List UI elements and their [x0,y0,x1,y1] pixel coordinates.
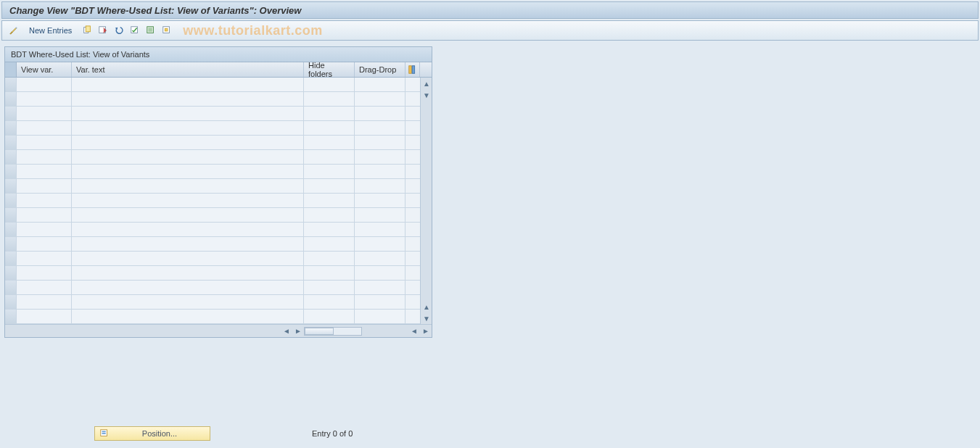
cell-drag-drop[interactable] [355,150,405,164]
scroll-thumb[interactable] [305,328,334,335]
cell-hide-folders[interactable] [304,237,355,251]
cell-var-text[interactable] [72,237,304,251]
scroll-left2-icon[interactable]: ◄ [408,325,420,337]
delete-button[interactable] [96,23,110,38]
row-selector[interactable] [5,121,17,135]
cell-hide-folders[interactable] [304,194,355,207]
cell-hide-folders[interactable] [304,310,355,323]
cell-view-var[interactable] [17,165,72,178]
cell-view-var[interactable] [17,223,72,236]
cell-drag-drop[interactable] [355,237,405,251]
cell-drag-drop[interactable] [355,179,405,193]
scroll-down-icon[interactable]: ▼ [421,89,432,101]
cell-var-text[interactable] [72,136,304,149]
row-selector[interactable] [5,281,17,294]
scroll-up-icon[interactable]: ▲ [421,78,432,89]
cell-var-text[interactable] [72,252,304,265]
cell-drag-drop[interactable] [355,92,405,106]
row-selector[interactable] [5,208,17,222]
cell-var-text[interactable] [72,92,304,106]
scroll-down2-icon[interactable]: ▼ [421,312,432,324]
cell-var-text[interactable] [72,223,304,236]
row-selector[interactable] [5,107,17,120]
cell-var-text[interactable] [72,194,304,207]
position-button[interactable]: Position... [94,426,210,441]
cell-view-var[interactable] [17,136,72,149]
cell-drag-drop[interactable] [355,136,405,149]
cell-var-text[interactable] [72,121,304,135]
cell-drag-drop[interactable] [355,223,405,236]
cell-var-text[interactable] [72,150,304,164]
cell-hide-folders[interactable] [304,92,355,106]
cell-drag-drop[interactable] [355,107,405,120]
cell-drag-drop[interactable] [355,165,405,178]
cell-hide-folders[interactable] [304,78,355,91]
scroll-track[interactable] [304,327,362,336]
cell-view-var[interactable] [17,252,72,265]
row-selector[interactable] [5,194,17,207]
cell-hide-folders[interactable] [304,179,355,193]
horizontal-scrollbar[interactable]: ◄ ► ◄ ► [5,324,432,337]
undo-button[interactable] [112,23,126,38]
cell-hide-folders[interactable] [304,107,355,120]
scroll-left-icon[interactable]: ◄ [281,325,292,337]
cell-drag-drop[interactable] [355,194,405,207]
cell-var-text[interactable] [72,281,304,294]
cell-view-var[interactable] [17,208,72,222]
cell-view-var[interactable] [17,194,72,207]
column-header-hide-folders[interactable]: Hide folders [304,62,355,77]
cell-hide-folders[interactable] [304,150,355,164]
scroll-right-icon[interactable]: ► [292,325,304,337]
cell-view-var[interactable] [17,107,72,120]
new-entries-button[interactable]: New Entries [22,23,78,38]
row-selector[interactable] [5,165,17,178]
cell-view-var[interactable] [17,78,72,91]
scroll-right2-icon[interactable]: ► [420,325,432,337]
select-all-button[interactable] [128,23,142,38]
cell-view-var[interactable] [17,121,72,135]
cell-view-var[interactable] [17,150,72,164]
cell-view-var[interactable] [17,92,72,106]
row-selector[interactable] [5,78,17,91]
column-header-view-var[interactable]: View var. [17,62,72,77]
row-selector[interactable] [5,266,17,280]
display-change-button[interactable] [7,23,21,38]
cell-var-text[interactable] [72,179,304,193]
cell-hide-folders[interactable] [304,136,355,149]
column-header-select[interactable] [5,62,17,77]
deselect-all-button[interactable] [160,23,174,38]
cell-view-var[interactable] [17,295,72,309]
cell-hide-folders[interactable] [304,295,355,309]
cell-var-text[interactable] [72,310,304,323]
cell-var-text[interactable] [72,107,304,120]
row-selector[interactable] [5,179,17,193]
cell-var-text[interactable] [72,208,304,222]
cell-view-var[interactable] [17,237,72,251]
select-block-button[interactable] [144,23,158,38]
column-header-var-text[interactable]: Var. text [72,62,304,77]
row-selector[interactable] [5,310,17,323]
cell-drag-drop[interactable] [355,266,405,280]
cell-var-text[interactable] [72,266,304,280]
copy-button[interactable] [80,23,94,38]
cell-view-var[interactable] [17,266,72,280]
cell-view-var[interactable] [17,179,72,193]
row-selector[interactable] [5,136,17,149]
cell-hide-folders[interactable] [304,266,355,280]
cell-var-text[interactable] [72,78,304,91]
cell-drag-drop[interactable] [355,78,405,91]
cell-drag-drop[interactable] [355,208,405,222]
row-selector[interactable] [5,223,17,236]
table-settings-button[interactable] [405,62,420,77]
cell-hide-folders[interactable] [304,281,355,294]
cell-hide-folders[interactable] [304,165,355,178]
vertical-scrollbar[interactable]: ▲ ▼ ▲ ▼ [420,78,432,324]
cell-drag-drop[interactable] [355,252,405,265]
row-selector[interactable] [5,150,17,164]
cell-drag-drop[interactable] [355,295,405,309]
cell-drag-drop[interactable] [355,121,405,135]
row-selector[interactable] [5,295,17,309]
cell-hide-folders[interactable] [304,208,355,222]
row-selector[interactable] [5,92,17,106]
cell-drag-drop[interactable] [355,281,405,294]
